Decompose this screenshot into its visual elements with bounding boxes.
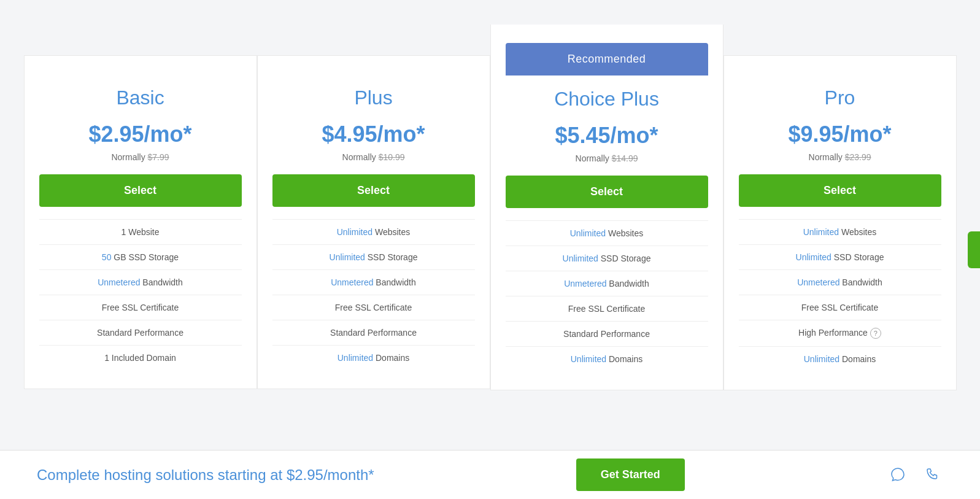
plan-name-plus: Plus (272, 87, 475, 109)
plan-card-choice-plus: RecommendedChoice Plus$5.45/mo*Normally … (490, 25, 723, 390)
plan-price-basic: $2.95/mo* (39, 122, 242, 147)
recommended-banner: Recommended (506, 43, 708, 75)
feature-item: Standard Performance (506, 321, 708, 346)
feature-highlight: Unmetered (564, 279, 606, 288)
feature-item: 50 GB SSD Storage (39, 244, 242, 269)
feature-item: Free SSL Certificate (272, 295, 475, 320)
feature-item: Unmetered Bandwidth (272, 269, 475, 295)
plan-price-pro: $9.95/mo* (739, 122, 941, 147)
feature-highlight: Unlimited (796, 252, 831, 262)
feature-item: Unmetered Bandwidth (39, 269, 242, 295)
feature-item: Unlimited SSD Storage (506, 246, 708, 271)
feature-highlight: 50 (102, 252, 112, 262)
features-list-choice-plus: Unlimited WebsitesUnlimited SSD StorageU… (506, 220, 708, 371)
feature-highlight: Unlimited (803, 227, 839, 237)
feature-item: Unlimited SSD Storage (272, 244, 475, 269)
feature-highlight: Unmetered (331, 277, 373, 287)
question-icon[interactable]: ? (870, 328, 881, 339)
features-list-basic: 1 Website50 GB SSD StorageUnmetered Band… (39, 219, 242, 370)
features-list-pro: Unlimited WebsitesUnlimited SSD StorageU… (739, 219, 941, 371)
bottom-bar-text: Complete hosting solutions starting at $… (37, 466, 374, 484)
feature-item: Unlimited SSD Storage (739, 244, 941, 269)
page-wrapper: Basic$2.95/mo*Normally $7.99Select1 Webs… (0, 0, 980, 452)
plan-normal-price-plus: Normally $10.99 (272, 152, 475, 162)
feature-item: Unlimited Domains (506, 346, 708, 371)
get-started-button[interactable]: Get Started (576, 458, 685, 491)
plan-normal-price-basic: Normally $7.99 (39, 152, 242, 162)
plan-price-plus: $4.95/mo* (272, 122, 475, 147)
phone-icon[interactable] (921, 464, 943, 486)
select-button-plus[interactable]: Select (272, 174, 475, 207)
feature-item: 1 Included Domain (39, 345, 242, 370)
plan-normal-price-pro: Normally $23.99 (739, 152, 941, 162)
bottom-icons (887, 464, 943, 486)
features-list-plus: Unlimited WebsitesUnlimited SSD StorageU… (272, 219, 475, 370)
select-button-choice-plus[interactable]: Select (506, 176, 708, 208)
feature-highlight: Unmetered (797, 277, 839, 287)
feature-item: High Performance? (739, 320, 941, 346)
plan-name-pro: Pro (739, 87, 941, 109)
plan-name-choice-plus: Choice Plus (506, 88, 708, 110)
feature-item: Unlimited Websites (272, 219, 475, 244)
feature-highlight: Unlimited (804, 354, 839, 364)
bottom-bar: Complete hosting solutions starting at $… (0, 450, 980, 499)
feature-item: Unlimited Domains (272, 345, 475, 370)
feature-highlight: Unlimited (571, 354, 606, 364)
feature-item: Unlimited Websites (739, 219, 941, 244)
plan-price-choice-plus: $5.45/mo* (506, 123, 708, 149)
feature-item: Free SSL Certificate (39, 295, 242, 320)
plan-name-basic: Basic (39, 87, 242, 109)
feature-highlight: Unlimited (563, 253, 598, 263)
feature-item: 1 Website (39, 219, 242, 244)
plans-container: Basic$2.95/mo*Normally $7.99Select1 Webs… (12, 25, 968, 390)
feature-highlight: Unmetered (98, 277, 140, 287)
select-button-basic[interactable]: Select (39, 174, 242, 207)
feature-item: Unlimited Websites (506, 220, 708, 246)
chat-icon[interactable] (887, 464, 909, 486)
plan-card-basic: Basic$2.95/mo*Normally $7.99Select1 Webs… (24, 55, 257, 389)
feature-item: Free SSL Certificate (739, 295, 941, 320)
feature-item: Unmetered Bandwidth (739, 269, 941, 295)
feature-highlight: Unlimited (330, 252, 365, 262)
feature-highlight: Unlimited (570, 228, 606, 238)
plan-card-pro: Pro$9.95/mo*Normally $23.99SelectUnlimit… (723, 55, 957, 390)
green-side-tab[interactable] (968, 231, 980, 268)
feature-item: Standard Performance (272, 320, 475, 345)
plan-card-plus: Plus$4.95/mo*Normally $10.99SelectUnlimi… (257, 55, 490, 389)
feature-highlight: Unlimited (337, 227, 372, 237)
feature-item: Unmetered Bandwidth (506, 271, 708, 296)
feature-item: Free SSL Certificate (506, 296, 708, 321)
feature-item: Unlimited Domains (739, 346, 941, 371)
feature-highlight: Unlimited (338, 353, 373, 363)
select-button-pro[interactable]: Select (739, 174, 941, 207)
plan-normal-price-choice-plus: Normally $14.99 (506, 153, 708, 163)
feature-item: Standard Performance (39, 320, 242, 345)
